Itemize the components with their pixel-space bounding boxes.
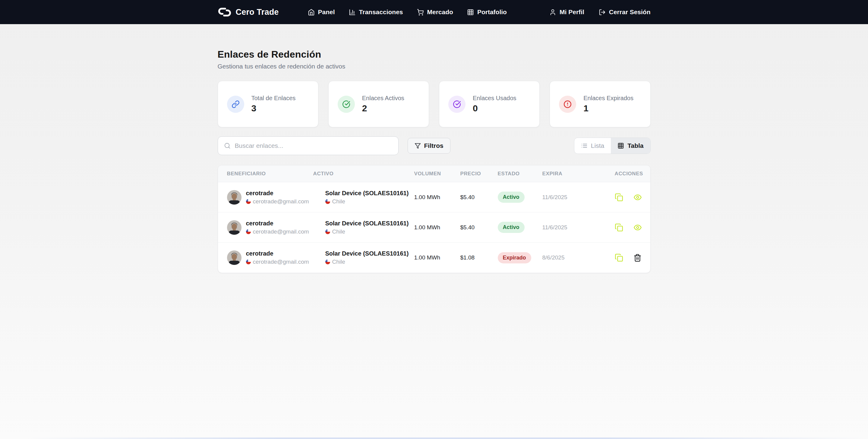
filters-label: Filtros — [424, 142, 443, 149]
nav-item-portafolio[interactable]: Portafolio — [467, 8, 507, 16]
nav-item-mercado[interactable]: Mercado — [417, 8, 453, 16]
price-value: $5.40 — [460, 194, 498, 201]
stat-label: Enlaces Activos — [362, 95, 404, 102]
stat-label: Enlaces Expirados — [583, 95, 633, 102]
main-nav: Panel Transacciones Mercado Portafolio — [308, 8, 507, 16]
delete-link-button[interactable] — [633, 254, 642, 262]
col-header-acciones: ACCIONES — [615, 171, 643, 177]
chile-flag-icon — [246, 260, 251, 264]
logout-icon — [599, 9, 606, 16]
status-badge: Expirado — [498, 252, 531, 263]
nav-item-mi-perfil[interactable]: Mi Perfil — [549, 8, 584, 16]
view-link-button[interactable] — [633, 193, 642, 202]
grid-icon — [467, 9, 474, 16]
filters-button[interactable]: Filtros — [408, 138, 451, 153]
nav-label: Cerrar Sesión — [609, 8, 651, 16]
chile-flag-icon — [325, 199, 330, 204]
stat-card-total-enlaces: Total de Enlaces 3 — [218, 81, 318, 127]
link-icon — [227, 96, 244, 113]
avatar — [227, 220, 242, 235]
table-icon — [617, 142, 624, 149]
nav-item-panel[interactable]: Panel — [308, 8, 335, 16]
view-link-button[interactable] — [633, 223, 642, 232]
expires-value: 11/6/2025 — [542, 224, 615, 231]
nav-label: Portafolio — [477, 8, 507, 16]
col-header-estado: ESTADO — [498, 171, 542, 177]
stat-value: 3 — [251, 103, 296, 113]
volume-value: 1.00 MWh — [414, 254, 460, 261]
copy-link-button[interactable] — [615, 254, 623, 262]
stat-value: 0 — [473, 103, 517, 113]
nav-right-group: Mi Perfil Cerrar Sesión — [549, 8, 650, 16]
redemption-links-table: BENEFICIARIO ACTIVO VOLUMEN PRECIO ESTAD… — [218, 165, 651, 273]
search-input[interactable] — [235, 142, 392, 149]
asset-country: Chile — [332, 259, 345, 265]
avatar — [227, 251, 242, 265]
stat-label: Enlaces Usados — [473, 95, 517, 102]
bottom-gradient-strip — [0, 438, 868, 439]
eye-icon — [633, 223, 642, 232]
sun-icon — [313, 193, 321, 201]
col-header-expira: EXPIRA — [542, 171, 615, 177]
home-icon — [308, 9, 315, 16]
avatar — [227, 190, 242, 205]
nav-label: Mercado — [427, 8, 453, 16]
check-circle-icon — [338, 96, 355, 113]
brand-name: Cero Trade — [236, 7, 279, 17]
nav-label: Mi Perfil — [560, 8, 584, 16]
status-badge: Activo — [498, 222, 525, 233]
sun-icon — [313, 223, 321, 231]
list-icon — [581, 142, 588, 149]
stat-value: 2 — [362, 103, 404, 113]
stat-value: 1 — [583, 103, 633, 113]
copy-icon — [615, 223, 623, 232]
table-row: cerotrade cerotrade@gmail.com Solar Devi… — [218, 212, 650, 242]
beneficiary-email: cerotrade@gmail.com — [253, 228, 309, 235]
search-box — [218, 136, 399, 155]
volume-value: 1.00 MWh — [414, 224, 460, 231]
col-header-precio: PRECIO — [460, 171, 498, 177]
cero-trade-logo-icon — [218, 7, 231, 17]
view-toggle-lista[interactable]: Lista — [575, 138, 611, 153]
stat-label: Total de Enlaces — [251, 95, 296, 102]
beneficiary-email: cerotrade@gmail.com — [253, 198, 309, 205]
volume-value: 1.00 MWh — [414, 194, 460, 201]
copy-link-button[interactable] — [615, 193, 623, 202]
asset-name: Solar Device (SOLAES10161) — [325, 220, 409, 227]
asset-country: Chile — [332, 228, 345, 235]
copy-icon — [615, 254, 623, 262]
stat-card-enlaces-expirados: Enlaces Expirados 1 — [550, 81, 650, 127]
col-header-beneficiario: BENEFICIARIO — [227, 171, 313, 177]
view-list-label: Lista — [591, 142, 604, 149]
sun-icon — [313, 254, 321, 262]
page-title: Enlaces de Redención — [218, 49, 651, 60]
copy-icon — [615, 193, 623, 202]
check-circle-icon — [448, 96, 466, 113]
navbar: Cero Trade Panel Transacciones Mercado — [0, 0, 868, 24]
bar-chart-icon — [349, 9, 356, 16]
chile-flag-icon — [246, 199, 251, 204]
chile-flag-icon — [325, 229, 330, 234]
nav-item-cerrar-sesion[interactable]: Cerrar Sesión — [599, 8, 651, 16]
beneficiary-email: cerotrade@gmail.com — [253, 259, 309, 265]
beneficiary-name: cerotrade — [246, 220, 309, 227]
asset-country: Chile — [332, 198, 345, 205]
expires-value: 11/6/2025 — [542, 194, 615, 201]
page-subtitle: Gestiona tus enlaces de redención de act… — [218, 63, 651, 70]
table-header-row: BENEFICIARIO ACTIVO VOLUMEN PRECIO ESTAD… — [218, 165, 650, 182]
view-toggle-tabla[interactable]: Tabla — [611, 138, 650, 153]
chile-flag-icon — [246, 229, 251, 234]
copy-link-button[interactable] — [615, 223, 623, 232]
eye-icon — [633, 193, 642, 202]
brand-logo[interactable]: Cero Trade — [218, 7, 279, 17]
search-icon — [224, 142, 230, 149]
trash-icon — [633, 254, 642, 262]
stats-grid: Total de Enlaces 3 Enlaces Activos 2 Enl… — [218, 81, 651, 127]
price-value: $1.08 — [460, 254, 498, 261]
col-header-activo: ACTIVO — [313, 171, 414, 177]
beneficiary-name: cerotrade — [246, 190, 309, 197]
stat-card-enlaces-usados: Enlaces Usados 0 — [439, 81, 540, 127]
nav-item-transacciones[interactable]: Transacciones — [349, 8, 403, 16]
asset-name: Solar Device (SOLAES10161) — [325, 190, 409, 197]
alert-circle-icon — [559, 96, 576, 113]
